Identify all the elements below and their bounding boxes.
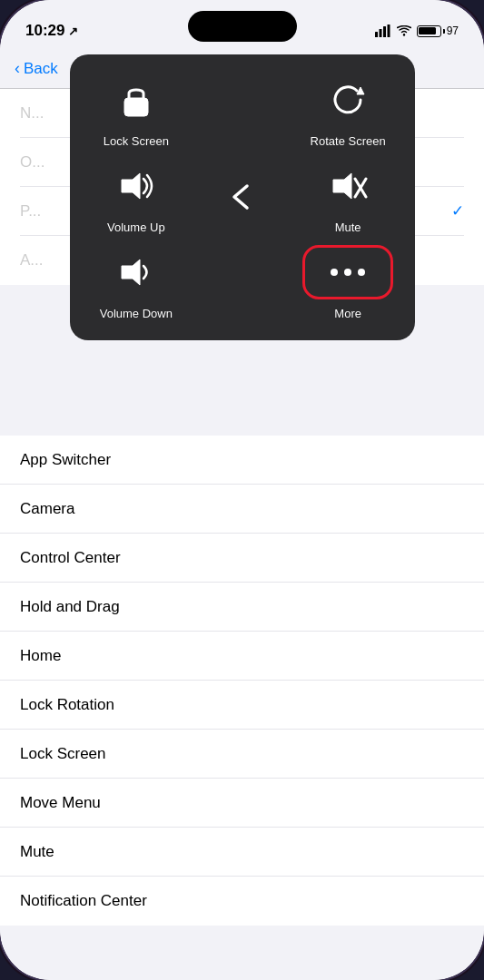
volume-up-item[interactable]: Volume Up	[88, 159, 185, 236]
svg-rect-3	[387, 24, 390, 37]
status-time: 10:29 ↗	[25, 22, 78, 40]
back-label: Back	[24, 60, 58, 78]
more-item[interactable]: More	[300, 245, 397, 322]
lock-screen-item[interactable]: Lock Screen	[88, 73, 185, 150]
lock-screen-icon-container	[109, 73, 163, 127]
list-section: App Switcher Camera Control Center Hold …	[0, 436, 484, 980]
svg-marker-11	[122, 260, 140, 285]
back-arrow-icon	[222, 177, 262, 217]
volume-down-item[interactable]: Volume Down	[88, 245, 185, 322]
more-label: More	[334, 307, 361, 322]
more-icon-wrapper	[302, 245, 393, 299]
battery-icon: 97	[417, 24, 459, 37]
volume-down-icon-container	[109, 245, 163, 299]
battery-level: 97	[447, 24, 459, 37]
mute-icon	[328, 166, 368, 206]
location-arrow-icon: ↗	[68, 24, 78, 38]
rotate-screen-item[interactable]: Rotate Screen	[300, 73, 397, 150]
rotate-screen-icon-container	[321, 73, 375, 127]
list-item-app-switcher[interactable]: App Switcher	[0, 436, 484, 485]
list-item-home[interactable]: Home	[0, 632, 484, 681]
mute-icon-container	[321, 159, 375, 213]
time-label: 10:29	[25, 22, 64, 40]
list-item-hold-and-drag[interactable]: Hold and Drag	[0, 583, 484, 632]
signal-icon	[375, 24, 391, 37]
back-chevron-icon: ‹	[15, 59, 20, 78]
list-item-move-menu[interactable]: Move Menu	[0, 779, 484, 828]
lock-icon	[116, 80, 156, 120]
status-icons: 97	[375, 24, 459, 37]
list-item-lock-rotation[interactable]: Lock Rotation	[0, 681, 484, 730]
mute-item[interactable]: Mute	[300, 159, 397, 236]
wifi-icon	[397, 25, 411, 36]
list-item-lock-screen[interactable]: Lock Screen	[0, 730, 484, 779]
more-dots-icon	[321, 259, 375, 286]
svg-point-4	[402, 34, 404, 35]
svg-point-14	[358, 269, 365, 276]
back-arrow-item[interactable]	[193, 159, 291, 236]
svg-point-12	[331, 269, 338, 276]
popup-overlay: Lock Screen Rotate Screen	[70, 54, 415, 340]
popup-menu: Lock Screen Rotate Screen	[70, 54, 415, 340]
rotate-icon	[328, 80, 368, 120]
screen: 10:29 ↗	[0, 0, 484, 980]
volume-up-label: Volume Up	[107, 220, 165, 236]
svg-marker-8	[333, 173, 351, 199]
svg-point-13	[344, 269, 351, 276]
list-item-mute[interactable]: Mute	[0, 828, 484, 877]
volume-down-icon	[116, 252, 156, 292]
back-button[interactable]: ‹ Back	[15, 59, 58, 78]
volume-up-icon-container	[109, 159, 163, 213]
svg-rect-0	[375, 32, 378, 37]
svg-rect-1	[379, 29, 381, 37]
list-item-notification-center[interactable]: Notification Center	[0, 877, 484, 926]
svg-rect-5	[124, 98, 148, 116]
rotate-screen-label: Rotate Screen	[311, 134, 386, 150]
dynamic-island	[188, 11, 297, 42]
empty-bottom-center	[193, 245, 291, 322]
svg-rect-2	[383, 26, 386, 37]
mute-label: Mute	[335, 220, 361, 236]
volume-down-label: Volume Down	[100, 307, 173, 322]
lock-screen-label: Lock Screen	[104, 134, 169, 150]
svg-marker-7	[122, 173, 140, 199]
volume-up-icon	[116, 166, 156, 206]
list-item-control-center[interactable]: Control Center	[0, 534, 484, 583]
list-items: App Switcher Camera Control Center Hold …	[0, 436, 484, 926]
empty-top-center	[193, 73, 291, 150]
list-item-camera[interactable]: Camera	[0, 485, 484, 534]
phone-frame: 10:29 ↗	[0, 0, 484, 980]
